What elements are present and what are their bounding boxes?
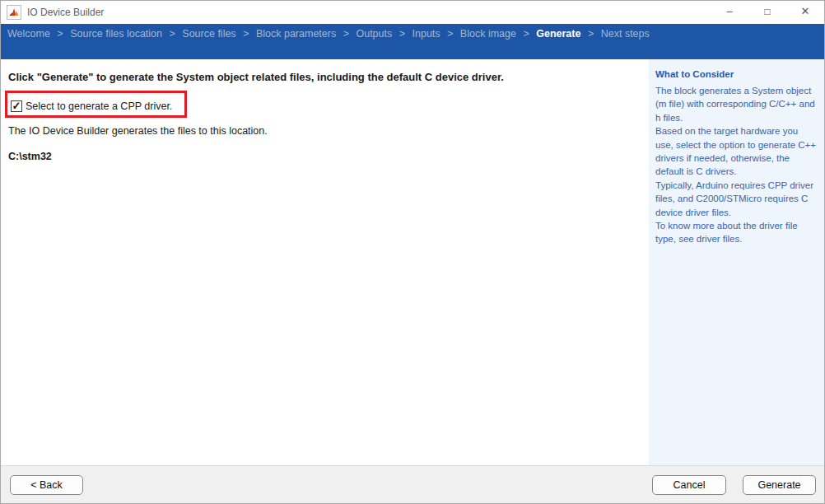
what-to-consider-panel: What to Consider The block generates a S… xyxy=(649,59,824,465)
breadcrumb: Welcome > Source files location > Source… xyxy=(7,28,650,40)
cpp-driver-checkbox-label[interactable]: Select to generate a CPP driver. xyxy=(26,100,172,112)
breadcrumb-separator: > xyxy=(447,28,453,40)
step-block-parameters[interactable]: Block parameters xyxy=(256,28,336,40)
instruction-text: Click "Generate" to generate the System … xyxy=(8,71,642,83)
step-inputs[interactable]: Inputs xyxy=(412,28,440,40)
sidebar-paragraph: Based on the target hardware you use, se… xyxy=(655,124,818,179)
sidebar-paragraph: Typically, Arduino requires CPP driver f… xyxy=(655,179,818,219)
step-source-files-location[interactable]: Source files location xyxy=(70,28,162,40)
breadcrumb-separator: > xyxy=(523,28,529,40)
location-description: The IO Device Builder generates the file… xyxy=(8,125,268,137)
matlab-icon xyxy=(7,5,21,20)
title-bar[interactable]: IO Device Builder xyxy=(1,1,824,24)
cpp-driver-checkbox[interactable]: ✓ xyxy=(11,100,22,112)
back-button[interactable]: < Back xyxy=(10,475,83,495)
sidebar-paragraph: The block generates a System object (m f… xyxy=(655,84,818,124)
breadcrumb-separator: > xyxy=(57,28,63,40)
close-icon[interactable]: ✕ xyxy=(786,1,824,23)
maximize-icon[interactable]: □ xyxy=(748,1,786,23)
breadcrumb-separator: > xyxy=(343,28,349,40)
step-block-image[interactable]: Block image xyxy=(460,28,516,40)
cancel-button[interactable]: Cancel xyxy=(652,475,726,495)
step-source-files[interactable]: Source files xyxy=(182,28,235,40)
step-generate[interactable]: Generate xyxy=(536,28,580,40)
sidebar-title: What to Consider xyxy=(655,69,818,79)
breadcrumb-separator: > xyxy=(170,28,175,40)
breadcrumb-separator: > xyxy=(243,28,249,40)
step-welcome[interactable]: Welcome xyxy=(7,28,50,40)
generate-button[interactable]: Generate xyxy=(743,475,816,495)
breadcrumb-separator: > xyxy=(588,28,594,40)
checkmark-icon: ✓ xyxy=(12,101,21,111)
minimize-icon[interactable]: – xyxy=(711,1,748,23)
window-title: IO Device Builder xyxy=(27,7,104,18)
sidebar-paragraph: To know more about the driver file type,… xyxy=(655,219,818,246)
footer-bar: < Back Cancel Generate xyxy=(1,465,824,503)
step-next-steps[interactable]: Next steps xyxy=(601,28,650,40)
main-content xyxy=(1,59,649,465)
wizard-steps-bar: Welcome > Source files location > Source… xyxy=(1,24,824,59)
location-path: C:\stm32 xyxy=(8,151,52,162)
step-outputs[interactable]: Outputs xyxy=(356,28,392,40)
window-controls: – □ ✕ xyxy=(711,1,824,23)
breadcrumb-separator: > xyxy=(399,28,405,40)
